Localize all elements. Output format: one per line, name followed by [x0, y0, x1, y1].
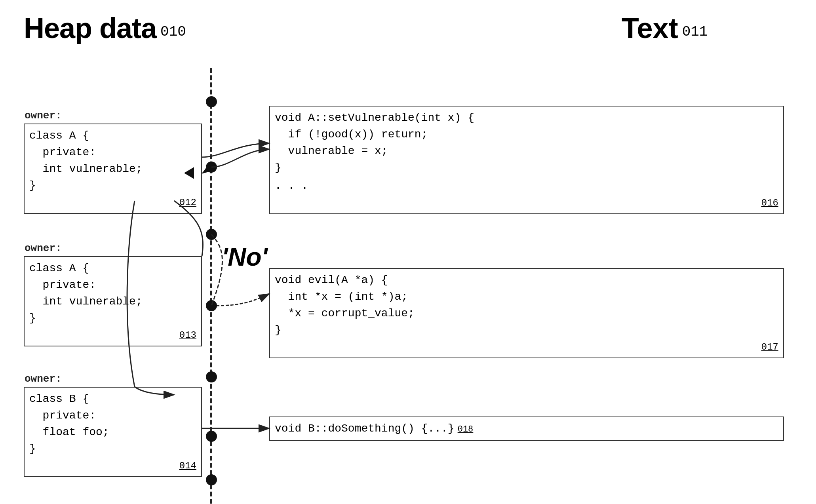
no-label: 'No'	[222, 242, 268, 272]
heap-box-013: class A { private: int vulnerable; } 013	[24, 256, 202, 346]
ref-017: 017	[275, 340, 778, 354]
heap-box-012: class A { private: int vulnerable; } 012	[24, 124, 202, 214]
arrow-center-016	[211, 149, 269, 167]
owner-label-012: owner:	[25, 110, 62, 122]
text-box-016: void A::setVulnerable(int x) { if (!good…	[269, 106, 784, 214]
main-diagram: owner: class A { private: int vulnerable…	[0, 48, 816, 504]
ref-013: 013	[29, 328, 196, 342]
text-box-018: void B::doSomething() {...}018	[269, 417, 784, 441]
text-box-017: void evil(A *a) { int *x = (int *)a; *x …	[269, 268, 784, 358]
owner-label-014: owner:	[25, 373, 62, 385]
center-dashed-line	[210, 68, 213, 504]
heap-data-title: Heap data010	[24, 12, 186, 44]
ref-012: 012	[29, 196, 196, 210]
heap-box-014: class B { private: float foo; } 014	[24, 387, 202, 477]
text-title: Text011	[384, 12, 708, 44]
dashed-path-no	[211, 234, 223, 306]
arrow-center-017	[211, 294, 269, 306]
title-section: Heap data010 Text011	[0, 0, 816, 48]
ref-014: 014	[29, 459, 196, 473]
owner-label-013: owner:	[25, 242, 62, 254]
ref-016: 016	[275, 196, 778, 210]
